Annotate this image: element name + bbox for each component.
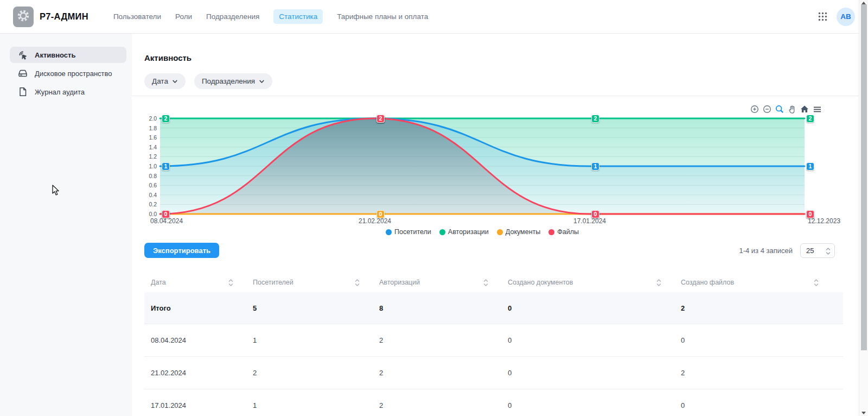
sidebar-item[interactable]: Активность <box>10 47 126 63</box>
sidebar-item[interactable]: Дисковое пространство <box>10 65 126 81</box>
panning-icon[interactable] <box>787 104 797 114</box>
sidebar-item-label: Активность <box>35 51 75 59</box>
filter-label: Дата <box>152 77 168 85</box>
divider <box>132 96 868 96</box>
legend-marker <box>439 229 445 235</box>
legend-label: Файлы <box>557 228 579 236</box>
sort-icon[interactable] <box>656 279 661 287</box>
column-label: Создано файлов <box>681 279 734 286</box>
row-value: 2 <box>365 336 494 344</box>
column-label: Создано документов <box>508 279 573 286</box>
chevron-down-icon <box>172 79 178 85</box>
y-axis-label: 1.4 <box>149 144 157 150</box>
legend-item[interactable]: Авторизации <box>439 228 489 236</box>
y-axis-label: 0.2 <box>149 201 157 207</box>
zoom-in-icon[interactable] <box>750 104 760 114</box>
top-nav-item-4[interactable]: Статистика <box>273 9 323 24</box>
legend-marker <box>548 229 554 235</box>
table-row[interactable]: 17.01.20241200 <box>144 389 843 416</box>
column-header[interactable]: Посетителей <box>239 279 365 287</box>
plot-area[interactable]: 1211222200000200 08.04.202421.02.202417.… <box>160 118 805 214</box>
x-axis-label: 08.04.2024 <box>150 217 183 225</box>
x-axis-label: 17.01.2024 <box>573 217 606 225</box>
avatar[interactable]: АВ <box>837 8 855 26</box>
stepper-icon <box>826 247 831 255</box>
chart-toolbar <box>750 104 822 114</box>
scrollbar[interactable] <box>859 0 868 416</box>
row-value: 2 <box>365 401 494 409</box>
shell: АктивностьДисковое пространствоЖурнал ау… <box>0 34 868 416</box>
scroll-down-icon[interactable] <box>861 412 866 414</box>
top-nav-item-3[interactable]: Подразделения <box>206 12 259 21</box>
column-header[interactable]: Дата <box>144 279 239 287</box>
total-value: 5 <box>239 304 365 312</box>
activity-table: ДатаПосетителейАвторизацийСоздано докуме… <box>144 273 843 416</box>
y-axis-label: 0.6 <box>149 182 157 188</box>
sort-icon[interactable] <box>228 279 233 287</box>
sidebar-item-label: Журнал аудита <box>35 88 85 96</box>
sort-icon[interactable] <box>814 279 819 287</box>
sort-icon[interactable] <box>483 279 488 287</box>
top-nav-item-2[interactable]: Роли <box>175 12 192 21</box>
top-nav: ПользователиРолиПодразделенияСтатистикаТ… <box>113 9 428 24</box>
apps-grid-icon[interactable] <box>817 11 828 22</box>
table-total-row: Итого5802 <box>144 292 843 324</box>
page-title: Активность <box>144 53 856 62</box>
reset-zoom-icon[interactable] <box>800 104 809 114</box>
chart-body: 2.01.81.61.41.21.00.80.60.40.20.0 121122… <box>144 103 856 214</box>
top-nav-item-5[interactable]: Тарифные планы и оплата <box>337 12 428 21</box>
data-label: 2 <box>806 115 814 123</box>
zoom-out-icon[interactable] <box>762 104 772 114</box>
export-button[interactable]: Экспортировать <box>144 243 219 258</box>
row-date: 17.01.2024 <box>144 401 239 409</box>
column-header[interactable]: Авторизаций <box>365 279 494 287</box>
x-axis-label: 21.02.2024 <box>359 217 391 225</box>
page-size-select[interactable]: 25 <box>800 243 835 258</box>
legend-item[interactable]: Файлы <box>548 228 579 236</box>
filter-date-dropdown[interactable]: Дата <box>144 73 186 89</box>
filter-departments-dropdown[interactable]: Подразделения <box>194 73 272 89</box>
column-header[interactable]: Создано файлов <box>667 279 843 287</box>
pagination-info: 1-4 из 4 записей <box>739 247 793 255</box>
y-axis-label: 0.8 <box>149 173 157 179</box>
legend-label: Авторизации <box>448 228 489 236</box>
topbar-right: АВ <box>817 8 855 26</box>
total-label: Итого <box>144 304 239 312</box>
y-axis: 2.01.81.61.41.21.00.80.60.40.20.0 <box>144 118 160 214</box>
column-label: Дата <box>151 279 166 286</box>
table-row[interactable]: 08.04.20241200 <box>144 324 843 356</box>
row-value: 2 <box>365 369 494 377</box>
chart-legend: ПосетителиАвторизацииДокументыФайлы <box>160 228 805 236</box>
sidebar-item[interactable]: Журнал аудита <box>10 84 126 100</box>
total-value: 8 <box>365 304 494 312</box>
column-header[interactable]: Создано документов <box>494 279 667 287</box>
row-value: 0 <box>494 336 667 344</box>
legend-item[interactable]: Документы <box>497 228 540 236</box>
total-value: 0 <box>494 304 667 312</box>
selection-zoom-icon[interactable] <box>775 104 784 114</box>
data-label: 1 <box>806 162 814 171</box>
row-date: 08.04.2024 <box>144 336 239 344</box>
filter-label: Подразделения <box>202 77 255 85</box>
legend-label: Документы <box>506 228 540 236</box>
table-row[interactable]: 21.02.20242202 <box>144 356 843 389</box>
row-value: 0 <box>494 401 667 409</box>
sort-icon[interactable] <box>355 279 360 287</box>
activity-click-icon <box>17 49 28 60</box>
top-nav-item-1[interactable]: Пользователи <box>113 12 161 21</box>
row-date: 21.02.2024 <box>144 369 239 377</box>
row-value: 0 <box>494 369 667 377</box>
audit-log-icon <box>17 86 28 97</box>
page-size-value: 25 <box>806 247 814 255</box>
sidebar: АктивностьДисковое пространствоЖурнал ау… <box>0 34 132 416</box>
column-label: Посетителей <box>253 279 293 286</box>
legend-item[interactable]: Посетители <box>386 228 431 236</box>
main-content: Активность ДатаПодразделения 2.01.81.61.… <box>132 34 868 416</box>
disk-space-icon <box>17 68 28 79</box>
menu-icon[interactable] <box>812 104 822 114</box>
activity-chart: 2.01.81.61.41.21.00.80.60.40.20.0 121122… <box>144 103 856 236</box>
row-value: 2 <box>667 369 843 377</box>
column-label: Авторизаций <box>379 279 420 286</box>
scrollbar-thumb[interactable] <box>861 4 867 350</box>
x-axis: 08.04.202421.02.202417.01.202412.12.2023 <box>160 217 805 227</box>
